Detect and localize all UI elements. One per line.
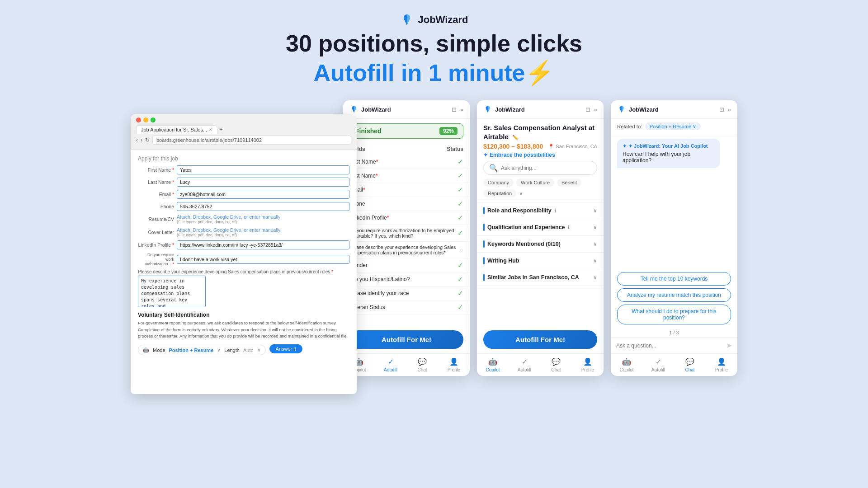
field-row-linkedin: LinkedIn Profile* ✓ <box>343 211 470 225</box>
search-input[interactable] <box>501 165 591 171</box>
check-icon-phone: ✓ <box>458 200 463 208</box>
autofill-panel: JobWizard ⊡ » Finished 92% Fields Status… <box>343 100 470 376</box>
more-tags-icon[interactable]: ∨ <box>519 190 523 197</box>
accordion-role-header[interactable]: Role and Responsibility ℹ ∨ <box>477 202 604 219</box>
chat-panel-header: JobWizard ⊡ » <box>611 100 737 119</box>
forward-btn[interactable]: › <box>141 137 142 143</box>
nav-chat-p1[interactable]: 💬 Chat <box>406 354 438 376</box>
field-phone: Phone <box>349 201 458 207</box>
workauth-input[interactable] <box>177 255 349 264</box>
send-icon[interactable]: ➤ <box>726 341 732 350</box>
accordion-role-title: Role and Responsibility <box>487 207 552 214</box>
nav-profile-p1[interactable]: 👤 Profile <box>438 354 470 376</box>
resume-label: Resume/CV <box>138 216 174 222</box>
autofill-nav-label: Autofill <box>384 367 397 372</box>
mode-value: Position + Resume <box>169 347 214 353</box>
answer-it-button[interactable]: Answer it <box>269 344 302 353</box>
suggestion-keywords[interactable]: Tell me the top 10 keywords <box>617 272 731 286</box>
field-row-hispanic: Are you Hispanic/Latino? ✓ <box>343 272 470 286</box>
field-row-firstname: First Name* ✓ <box>343 155 470 169</box>
nav-autofill-p1[interactable]: ✓ Autofill <box>375 354 406 376</box>
refresh-btn[interactable]: ↻ <box>145 137 150 143</box>
nav-chat-p3[interactable]: 💬 Chat <box>674 354 706 376</box>
back-btn[interactable]: ‹ <box>136 137 138 143</box>
linkedin-input[interactable] <box>177 240 349 249</box>
form-row-linkedin: LinkedIn Profile * <box>138 240 349 249</box>
expand-icon[interactable]: ⊡ <box>452 106 457 113</box>
apply-hint: Apply for this job <box>138 155 349 162</box>
accordion-similar-title-row: Similar Jobs in San Francisco, CA <box>483 274 579 281</box>
suggestion-resume-match[interactable]: Analyze my resume match this position <box>617 288 731 302</box>
email-input[interactable] <box>177 190 349 199</box>
panels-row: Job Application for Sr. Sales... ✕ + ‹ ›… <box>131 100 737 394</box>
search-box[interactable]: 🔍 <box>483 161 597 175</box>
tag-benefit[interactable]: Benefit <box>557 178 581 187</box>
last-name-label: Last Name * <box>138 179 174 185</box>
expand-icon-p3[interactable]: ⊡ <box>719 106 724 113</box>
accordion-similar-header[interactable]: Similar Jobs in San Francisco, CA ∨ <box>477 269 604 286</box>
progress-pct: 92% <box>439 127 458 135</box>
tag-work-culture[interactable]: Work Culture <box>516 178 554 187</box>
app-logo-text: JobWizard <box>418 14 468 26</box>
subheadline: Autofill in 1 minute⚡ <box>314 60 555 86</box>
related-chevron: ∨ <box>693 123 696 129</box>
related-pill[interactable]: Position + Resume ∨ <box>645 122 701 130</box>
accordion-qual-info: ℹ <box>568 225 570 230</box>
accordion-writing-header[interactable]: Writing Hub ∨ <box>477 253 604 269</box>
more-icon[interactable]: » <box>460 106 463 113</box>
related-row: Related to: Position + Resume ∨ <box>611 119 737 134</box>
first-name-input[interactable] <box>177 165 349 174</box>
length-chevron: ∨ <box>257 347 261 353</box>
expand-icon-p2[interactable]: ⊡ <box>585 106 590 113</box>
dot-yellow <box>143 117 148 122</box>
chat-nav-label: Chat <box>417 367 427 372</box>
embrace-row: ✦ Embrace the possibilities <box>483 152 597 158</box>
nav-copilot-p3[interactable]: 🤖 Copilot <box>611 354 642 376</box>
related-value: Position + Resume <box>650 124 692 129</box>
bot-header-icon: ✦ <box>623 143 627 149</box>
accordion-qual-header[interactable]: Qualification and Experience ℹ ∨ <box>477 219 604 235</box>
field-email: Email* <box>349 187 458 193</box>
location-text: San Francisco, CA <box>556 144 597 149</box>
nav-copilot-p2[interactable]: 🤖 Copilot <box>477 354 509 376</box>
autofill-nav-label-p2: Autofill <box>518 367 531 372</box>
suggestion-prepare[interactable]: What should I do to prepare for this pos… <box>617 305 731 324</box>
copilot-panel-header-icons: ⊡ » <box>585 106 597 113</box>
autofill-button-p1[interactable]: Autofill For Me! <box>349 330 463 349</box>
nav-autofill-p2[interactable]: ✓ Autofill <box>509 354 540 376</box>
address-bar[interactable]: boards.greenhouse.io/airtable/jobs/71091… <box>152 136 351 145</box>
field-row-experience: Please describe your experience developi… <box>343 242 470 258</box>
accordion-keywords-header[interactable]: Keywords Mentioned (0/10) ∨ <box>477 236 604 252</box>
tag-reputation[interactable]: Reputation <box>483 189 516 197</box>
more-icon-p3[interactable]: » <box>728 106 731 113</box>
chat-input[interactable] <box>616 343 722 349</box>
browser-tab[interactable]: Job Application for Sr. Sales... ✕ <box>136 125 217 134</box>
form-row-workauth: Do you require work authorization... * <box>138 253 349 266</box>
chat-nav-icon-p3: 💬 <box>685 357 694 366</box>
accordion-writing-title: Writing Hub <box>487 258 519 264</box>
edit-icon[interactable]: ✏️ <box>512 135 519 140</box>
dot-red <box>136 117 141 122</box>
more-icon-p2[interactable]: » <box>594 106 597 113</box>
bot-header-label: ✦ JobWizard: Your AI Job Copilot <box>628 143 708 149</box>
accordion-qual-title-row: Qualification and Experience ℹ <box>483 224 570 231</box>
resume-link[interactable]: Attach, Dropbox, Google Drive, or enter … <box>177 214 280 220</box>
accordion-similar: Similar Jobs in San Francisco, CA ∨ <box>477 269 604 286</box>
last-name-input[interactable] <box>177 178 349 187</box>
field-race: Please identify your race <box>349 290 458 296</box>
tab-close-icon[interactable]: ✕ <box>209 127 212 132</box>
accordion-role-bar <box>483 207 485 214</box>
experience-textarea[interactable]: My experience in developing sales compen… <box>138 276 206 307</box>
nav-autofill-p3[interactable]: ✓ Autofill <box>642 354 674 376</box>
nav-profile-p2[interactable]: 👤 Profile <box>572 354 604 376</box>
new-tab-icon[interactable]: + <box>219 126 223 133</box>
phone-input[interactable] <box>177 202 349 211</box>
tab-label: Job Application for Sr. Sales... <box>141 127 207 132</box>
cover-link[interactable]: Attach, Dropbox, Google Drive, or enter … <box>177 227 280 233</box>
copilot-panel: JobWizard ⊡ » Sr. Sales Compensation Ana… <box>477 100 604 376</box>
autofill-button-p2[interactable]: Autofill For Me! <box>483 330 597 349</box>
tag-company[interactable]: Company <box>483 178 514 187</box>
nav-profile-p3[interactable]: 👤 Profile <box>706 354 737 376</box>
nav-chat-p2[interactable]: 💬 Chat <box>540 354 572 376</box>
dot-green <box>151 117 156 122</box>
